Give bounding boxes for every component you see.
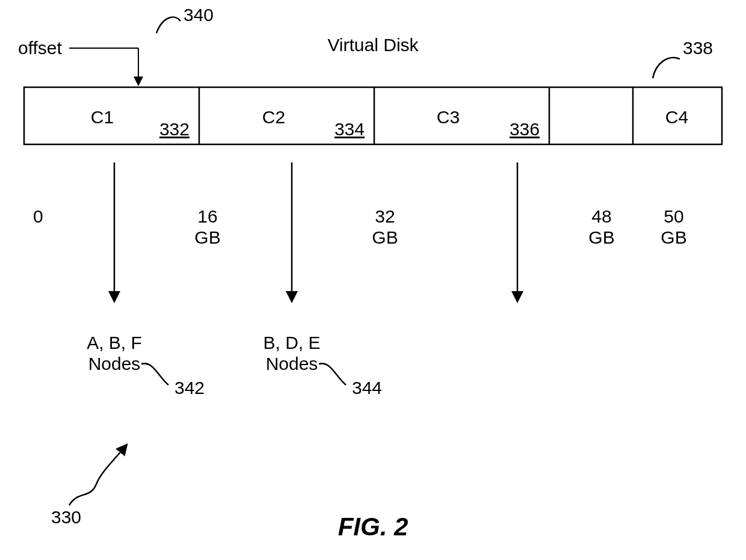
boundary-48-unit: GB — [588, 227, 614, 247]
boundary-16-val: 16 — [197, 206, 217, 226]
nodes2-callout-curve — [319, 363, 346, 385]
chunk-c1-ref: 332 — [159, 119, 190, 139]
nodes1-callout-number: 342 — [174, 378, 205, 398]
figure-caption: FIG. 2 — [338, 512, 408, 541]
boundary-16-unit: GB — [194, 227, 220, 247]
overall-callout-arrow — [69, 445, 126, 505]
virtual-disk-bar: C1 332 C2 334 C3 336 C4 — [24, 87, 722, 144]
boundary-0: 0 — [33, 206, 43, 226]
offset-label: offset — [18, 38, 62, 58]
nodes1-callout-curve — [141, 363, 168, 385]
nodes2-label: Nodes — [266, 354, 318, 374]
diagram-title: Virtual Disk — [327, 35, 419, 55]
nodes1-members: A, B, F — [87, 333, 142, 352]
nodes1-label: Nodes — [88, 354, 141, 374]
boundary-48-val: 48 — [591, 206, 611, 226]
c4-callout-number: 338 — [683, 38, 713, 58]
offset-callout-number: 340 — [183, 5, 214, 25]
overall-callout-number: 330 — [51, 507, 81, 527]
chunk-c2-ref: 334 — [334, 119, 365, 139]
virtual-disk-diagram: Virtual Disk offset 340 338 C1 332 C2 33… — [0, 0, 746, 560]
chunk-c3-ref: 336 — [510, 119, 540, 139]
boundary-50-val: 50 — [664, 206, 683, 226]
offset-callout-curve — [156, 17, 180, 33]
nodes2-members: B, D, E — [263, 333, 320, 352]
chunk-c3-label: C3 — [437, 107, 460, 127]
chunk-c2-label: C2 — [262, 107, 285, 127]
nodes2-callout-number: 344 — [352, 378, 382, 398]
boundary-50-unit: GB — [661, 227, 686, 247]
boundary-32-val: 32 — [375, 206, 395, 226]
svg-rect-0 — [24, 87, 722, 144]
chunk-c4-label: C4 — [665, 107, 688, 127]
chunk-c1-label: C1 — [91, 107, 114, 127]
c4-callout-curve — [653, 58, 680, 78]
boundary-32-unit: GB — [372, 227, 398, 247]
